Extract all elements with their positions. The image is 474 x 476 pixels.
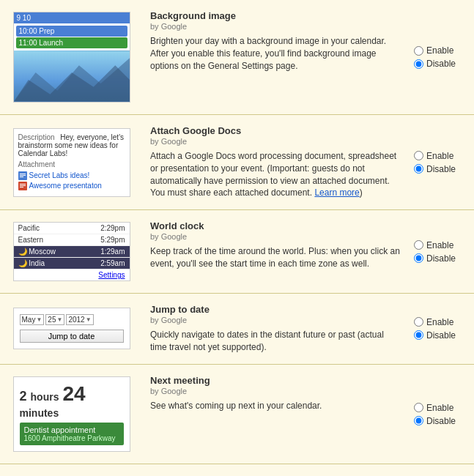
hours-value: 2	[20, 389, 27, 404]
attachment-link-2[interactable]: Awesome presentaton	[18, 182, 125, 190]
preview-attach-docs: Description Hey, everyone, let's brainst…	[0, 122, 143, 202]
docs-attachment-field: Attachment	[18, 160, 125, 168]
jump-to-date-button[interactable]: Jump to date	[20, 330, 124, 343]
disable-label: Disable	[426, 330, 456, 341]
lab-toggle-free-or-busy: Enable Disable	[408, 472, 474, 476]
disable-radio[interactable]	[414, 164, 423, 174]
disable-radio[interactable]	[414, 59, 423, 69]
preview-world-clock: Pacific 2:29pm Eastern 5:29pm 🌙 Moscow 1…	[0, 217, 143, 286]
lab-desc-jump-to-date: Jump to date by Google Quickly navigate …	[143, 301, 408, 357]
preview-jump-to-date: May ▼ 25 ▼ 2012 ▼ Jump to date	[0, 301, 143, 357]
attachment-2-text: Awesome presentaton	[29, 182, 102, 190]
lab-row-free-or-busy: susanjones 2pm–3pm Team meeting robert F…	[0, 464, 474, 476]
disable-label: Disable	[426, 164, 456, 174]
attachment-link-1[interactable]: Secret Labs ideas!	[18, 171, 125, 180]
disable-radio[interactable]	[414, 330, 423, 340]
lab-description: Quickly navigate to dates in the distant…	[150, 329, 401, 354]
description-label: Description	[18, 133, 59, 141]
disable-radio-row[interactable]: Disable	[414, 416, 456, 426]
wc-pacific: Pacific 2:29pm	[14, 223, 130, 234]
lab-desc-free-or-busy: Free or busy by Google See which of your…	[143, 472, 408, 476]
enable-radio[interactable]	[414, 403, 423, 412]
disable-radio-row[interactable]: Disable	[414, 330, 456, 341]
lab-by: by Google	[150, 22, 401, 31]
preview-free-or-busy: susanjones 2pm–3pm Team meeting robert F…	[0, 472, 143, 476]
lab-toggle-jump-to-date: Enable Disable	[408, 301, 474, 357]
lab-row-jump-to-date: May ▼ 25 ▼ 2012 ▼ Jump to date Jump to d…	[0, 294, 474, 365]
disable-radio-row[interactable]: Disable	[414, 253, 456, 264]
disable-radio-row[interactable]: Disable	[414, 164, 456, 174]
year-value: 2012	[68, 316, 84, 324]
attachment-label: Attachment	[18, 160, 59, 168]
wc-label: 🌙 Moscow	[18, 248, 56, 256]
svg-rect-10	[20, 187, 23, 187]
disable-radio-row[interactable]: Disable	[414, 59, 456, 69]
nm-event-title: Dentist appointment	[24, 425, 119, 434]
day-select[interactable]: 25 ▼	[45, 314, 64, 325]
lab-title: Jump to date	[150, 304, 401, 315]
lab-title: Background image	[150, 10, 401, 21]
lab-by: by Google	[150, 137, 401, 146]
svg-rect-4	[20, 174, 26, 174]
day-value: 25	[48, 316, 56, 324]
svg-rect-9	[20, 185, 26, 186]
lab-toggle-next-meeting: Enable Disable	[408, 372, 474, 457]
hours-label: hours	[31, 391, 59, 403]
cal-header-numbers: 9 10	[17, 14, 31, 22]
year-select[interactable]: 2012 ▼	[66, 314, 93, 325]
enable-label: Enable	[426, 45, 453, 56]
wc-eastern: Eastern 5:29pm	[14, 234, 130, 246]
enable-label: Enable	[426, 151, 453, 161]
wc-india: 🌙 India 2:59am	[14, 258, 130, 269]
enable-radio[interactable]	[414, 151, 423, 160]
settings-link[interactable]: Settings	[98, 271, 125, 279]
lab-title: World clock	[150, 220, 401, 231]
svg-rect-8	[20, 184, 26, 185]
svg-rect-6	[20, 176, 23, 177]
day-arrow: ▼	[56, 316, 62, 323]
learn-more-link[interactable]: Learn more	[314, 187, 359, 198]
disable-radio[interactable]	[414, 416, 423, 425]
docs-description-field: Description Hey, everyone, let's brainst…	[18, 133, 125, 157]
enable-radio[interactable]	[414, 240, 423, 250]
enable-radio-row[interactable]: Enable	[414, 45, 453, 56]
lab-description: Attach a Google Docs word processing doc…	[150, 150, 401, 199]
enable-radio-row[interactable]: Enable	[414, 240, 453, 250]
wc-label: Eastern	[18, 236, 43, 244]
enable-label: Enable	[426, 317, 453, 327]
enable-radio-row[interactable]: Enable	[414, 151, 453, 161]
lab-row-attach-docs: Description Hey, everyone, let's brainst…	[0, 115, 474, 210]
enable-radio-row[interactable]: Enable	[414, 317, 453, 327]
lab-title: Attach Google Docs	[150, 125, 401, 136]
enable-radio[interactable]	[414, 46, 423, 56]
lab-by: by Google	[150, 232, 401, 241]
nextmeeting-preview: 2 hours 24 minutes Dentist appointment 1…	[13, 376, 130, 453]
lab-row-background-image: 9 10 10:00 Prep 11:00 Launch	[0, 0, 474, 115]
lab-toggle-attach-docs: Enable Disable	[408, 122, 474, 202]
wc-label: Pacific	[18, 224, 40, 232]
month-select[interactable]: May ▼	[20, 314, 45, 325]
lab-row-next-meeting: 2 hours 24 minutes Dentist appointment 1…	[0, 365, 474, 465]
disable-label: Disable	[426, 416, 456, 426]
enable-radio-row[interactable]: Enable	[414, 403, 453, 413]
wc-moscow: 🌙 Moscow 1:29am	[14, 246, 130, 258]
lab-desc-next-meeting: Next meeting by Google See what's coming…	[143, 372, 408, 457]
docs-preview: Description Hey, everyone, let's brainst…	[13, 128, 130, 197]
nm-event-location: 1600 Amphitheatre Parkway	[24, 434, 119, 442]
lab-title: Next meeting	[150, 375, 401, 386]
year-arrow: ▼	[86, 316, 92, 323]
nm-event-block: Dentist appointment 1600 Amphitheatre Pa…	[20, 423, 124, 445]
lab-description: Keep track of the time around the world.…	[150, 245, 401, 270]
lab-row-world-clock: Pacific 2:29pm Eastern 5:29pm 🌙 Moscow 1…	[0, 210, 474, 294]
doc-icon-2	[18, 182, 27, 190]
preview-next-meeting: 2 hours 24 minutes Dentist appointment 1…	[0, 372, 143, 457]
lab-desc-attach-docs: Attach Google Docs by Google Attach a Go…	[143, 122, 408, 202]
disable-radio[interactable]	[414, 253, 423, 263]
lab-by: by Google	[150, 316, 401, 324]
cal-event-launch: 11:00 Launch	[16, 37, 127, 48]
enable-radio[interactable]	[414, 317, 423, 327]
wc-time: 2:29pm	[100, 224, 125, 232]
attachment-1-text: Secret Labs ideas!	[29, 171, 90, 179]
cal-header: 9 10	[14, 12, 130, 23]
wc-settings-link[interactable]: Settings	[14, 269, 130, 280]
